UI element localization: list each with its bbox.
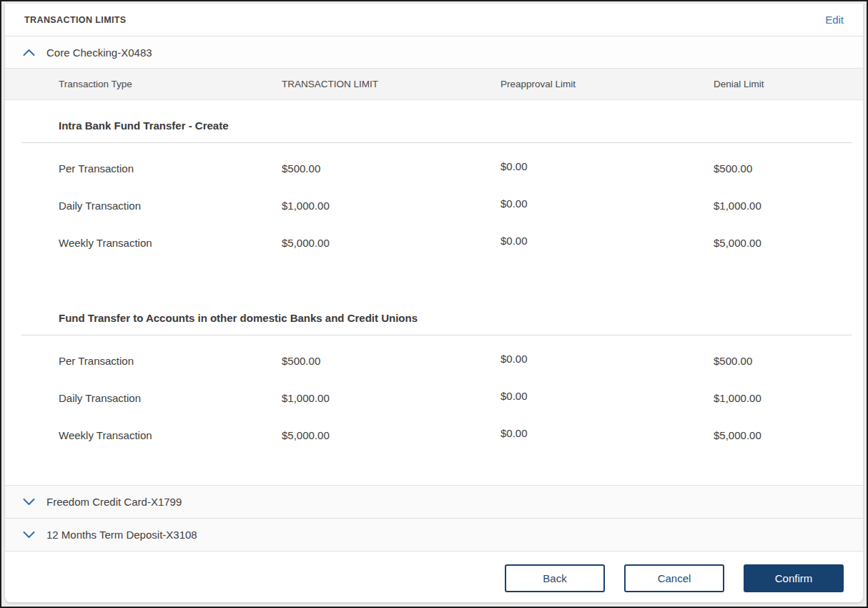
denial-limit-cell: $500.00 xyxy=(714,355,863,367)
transaction-limit-cell: $5,000.00 xyxy=(282,429,500,441)
confirm-button[interactable]: Confirm xyxy=(744,564,844,592)
transaction-type-cell: Daily Transaction xyxy=(59,200,282,212)
account-name: 12 Months Term Deposit-X3108 xyxy=(46,529,197,541)
account-name: Core Checking-X0483 xyxy=(46,46,152,59)
table-row: Weekly Transaction $5,000.00 $0.00 $5,00… xyxy=(5,416,863,453)
column-header-transaction-limit: TRANSACTION LIMIT xyxy=(282,79,500,89)
limit-group-other-banks: Fund Transfer to Accounts in other domes… xyxy=(5,293,863,485)
accordion-freedom-credit-card[interactable]: Freedom Credit Card-X1799 xyxy=(5,485,863,518)
table-row: Per Transaction $500.00 $0.00 $500.00 xyxy=(5,149,863,187)
expanded-account-body: Intra Bank Fund Transfer - Create Per Tr… xyxy=(5,100,863,485)
preapproval-limit-cell: $0.00 xyxy=(500,197,714,210)
transaction-type-cell: Daily Transaction xyxy=(59,392,282,404)
transaction-limit-cell: $500.00 xyxy=(282,355,500,367)
denial-limit-cell: $500.00 xyxy=(714,162,863,175)
transaction-limit-cell: $1,000.00 xyxy=(282,392,500,404)
panel-title: TRANSACTION LIMITS xyxy=(24,15,127,25)
transaction-type-cell: Weekly Transaction xyxy=(59,429,282,441)
denial-limit-cell: $1,000.00 xyxy=(714,392,863,404)
table-row: Daily Transaction $1,000.00 $0.00 $1,000… xyxy=(5,379,863,416)
preapproval-limit-cell: $0.00 xyxy=(500,390,714,402)
preapproval-limit-cell: $0.00 xyxy=(500,353,714,365)
column-header-denial-limit: Denial Limit xyxy=(714,79,863,89)
accordion-term-deposit[interactable]: 12 Months Term Deposit-X3108 xyxy=(5,518,863,551)
cancel-button[interactable]: Cancel xyxy=(624,564,724,592)
panel-header: TRANSACTION LIMITS Edit xyxy=(5,4,863,36)
group-title: Intra Bank Fund Transfer - Create xyxy=(5,119,863,142)
transaction-type-cell: Weekly Transaction xyxy=(59,237,282,249)
transaction-type-cell: Per Transaction xyxy=(59,162,282,175)
transaction-limit-cell: $500.00 xyxy=(282,162,500,175)
group-title: Fund Transfer to Accounts in other domes… xyxy=(5,312,863,335)
denial-limit-cell: $5,000.00 xyxy=(714,429,863,441)
preapproval-limit-cell: $0.00 xyxy=(500,160,714,172)
table-row: Weekly Transaction $5,000.00 $0.00 $5,00… xyxy=(5,224,863,261)
chevron-down-icon xyxy=(23,531,35,539)
account-name: Freedom Credit Card-X1799 xyxy=(46,496,182,508)
column-header-preapproval-limit: Preapproval Limit xyxy=(500,79,714,89)
table-header-row: Transaction Type TRANSACTION LIMIT Preap… xyxy=(5,68,863,100)
chevron-down-icon xyxy=(23,498,35,506)
column-header-transaction-type: Transaction Type xyxy=(59,79,282,89)
transaction-limits-panel: TRANSACTION LIMITS Edit Core Checking-X0… xyxy=(5,4,863,602)
transaction-type-cell: Per Transaction xyxy=(59,355,282,367)
denial-limit-cell: $1,000.00 xyxy=(714,200,863,212)
limit-group-intra-bank: Intra Bank Fund Transfer - Create Per Tr… xyxy=(5,100,863,261)
accordion-core-checking[interactable]: Core Checking-X0483 xyxy=(5,36,863,68)
table-row: Daily Transaction $1,000.00 $0.00 $1,000… xyxy=(5,187,863,224)
edit-link[interactable]: Edit xyxy=(825,14,844,26)
transaction-limit-cell: $1,000.00 xyxy=(282,200,500,212)
transaction-limit-cell: $5,000.00 xyxy=(282,237,500,249)
denial-limit-cell: $5,000.00 xyxy=(714,237,863,249)
table-row: Per Transaction $500.00 $0.00 $500.00 xyxy=(5,342,863,379)
chevron-up-icon xyxy=(23,49,35,57)
footer-action-bar: Back Cancel Confirm xyxy=(5,551,863,602)
back-button[interactable]: Back xyxy=(505,564,605,592)
preapproval-limit-cell: $0.00 xyxy=(500,427,714,439)
preapproval-limit-cell: $0.00 xyxy=(500,235,714,247)
